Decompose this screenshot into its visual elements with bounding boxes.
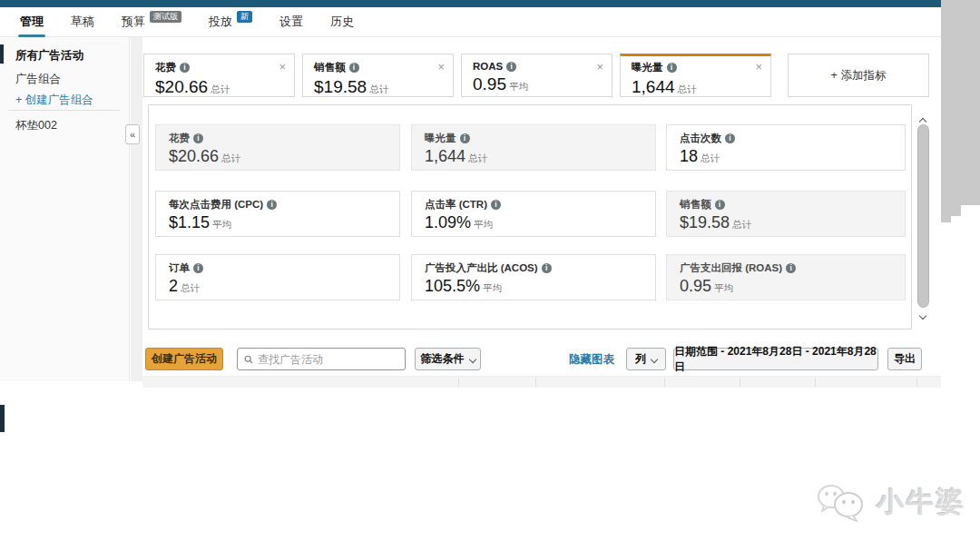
summary-card-sales[interactable]: 销售额i × $19.58总计 <box>302 54 454 97</box>
filter-button[interactable]: 筛选条件 <box>415 348 481 370</box>
info-icon[interactable]: i <box>193 133 203 143</box>
sidebar-item-all-campaigns[interactable]: 所有广告活动 <box>15 48 83 64</box>
sidebar-rail <box>131 37 142 381</box>
sidebar-item-portfolio[interactable]: 杯垫002 <box>15 118 57 133</box>
metric-card-ctr[interactable]: 点击率 (CTR)i 1.09%平均 <box>411 191 656 237</box>
create-campaign-button[interactable]: 创建广告活动 <box>145 348 223 370</box>
collapse-icon: « <box>130 129 135 140</box>
metric-card-spend[interactable]: 花费i $20.66总计 <box>155 124 400 171</box>
sidebar-divider <box>9 110 120 111</box>
metric-card-roas[interactable]: 广告支出回报 (ROAS)i 0.95平均 <box>666 254 906 300</box>
sidebar-active-indicator <box>0 44 4 64</box>
info-icon[interactable]: i <box>491 200 501 210</box>
info-icon[interactable]: i <box>460 133 470 143</box>
tab-drafts[interactable]: 草稿 <box>71 7 94 37</box>
close-icon[interactable]: × <box>755 61 762 73</box>
sidebar <box>0 37 130 381</box>
hide-chart-link[interactable]: 隐藏图表 <box>569 352 614 368</box>
sidebar-collapse-button[interactable]: « <box>125 124 140 144</box>
tab-budgets[interactable]: 预算测试版 <box>122 7 181 37</box>
right-gray-background <box>941 216 951 222</box>
top-nav: 管理 草稿 预算测试版 投放新 设置 历史 <box>0 7 941 37</box>
info-icon[interactable]: i <box>180 63 190 73</box>
date-range-button[interactable]: 日期范围 - 2021年8月28日 - 2021年8月28日 <box>673 348 878 370</box>
summary-card-roas[interactable]: ROASi × 0.95平均 <box>461 54 612 97</box>
summary-card-spend[interactable]: 花费i × $20.66总计 <box>143 54 295 97</box>
chevron-down-icon <box>468 355 475 362</box>
table-header-cropped <box>142 376 941 388</box>
scroll-down-icon[interactable] <box>920 306 926 322</box>
metric-card-cpc[interactable]: 每次点击费用 (CPC)i $1.15平均 <box>155 191 400 237</box>
search-input[interactable] <box>258 353 398 366</box>
tab-delivery[interactable]: 投放新 <box>209 7 252 37</box>
add-metric-button[interactable]: + 添加指标 <box>788 54 929 97</box>
info-icon[interactable]: i <box>506 62 516 72</box>
metric-card-sales[interactable]: 销售额i $19.58总计 <box>666 191 906 237</box>
metric-card-acos[interactable]: 广告投入产出比 (ACOS)i 105.5%平均 <box>411 254 656 300</box>
export-button[interactable]: 导出 <box>887 348 922 370</box>
metric-card-clicks[interactable]: 点击次数i 18总计 <box>666 124 906 171</box>
search-icon <box>244 354 253 365</box>
new-badge: 新 <box>237 11 252 23</box>
tab-settings[interactable]: 设置 <box>279 7 303 37</box>
campaign-search[interactable] <box>237 348 406 370</box>
info-icon[interactable]: i <box>725 133 735 143</box>
columns-button[interactable]: 列 <box>626 348 666 370</box>
close-icon[interactable]: × <box>279 61 286 73</box>
summary-card-impressions[interactable]: 曝光量i × 1,644总计 <box>620 54 771 97</box>
right-gray-background <box>941 205 961 216</box>
info-icon[interactable]: i <box>267 200 277 210</box>
info-icon[interactable]: i <box>542 263 552 273</box>
wechat-logo-icon <box>815 481 867 523</box>
info-icon[interactable]: i <box>715 200 725 210</box>
right-gray-background <box>941 0 980 205</box>
scrollbar-thumb[interactable] <box>917 124 929 308</box>
info-icon[interactable]: i <box>193 263 203 273</box>
left-edge-strip <box>0 405 5 432</box>
create-portfolio-link[interactable]: + 创建广告组合 <box>15 93 93 108</box>
info-icon[interactable]: i <box>349 63 359 73</box>
vertical-scrollbar[interactable] <box>916 110 931 324</box>
watermark: 小牛婆 <box>815 481 966 523</box>
info-icon[interactable]: i <box>667 63 677 73</box>
close-icon[interactable]: × <box>596 61 603 73</box>
close-icon[interactable]: × <box>437 61 445 73</box>
watermark-text: 小牛婆 <box>877 484 966 521</box>
sidebar-portfolios-label: 广告组合 <box>15 72 61 87</box>
tab-history[interactable]: 历史 <box>330 7 354 37</box>
tab-manage[interactable]: 管理 <box>20 7 44 37</box>
metric-picker-panel: 花费i $20.66总计 曝光量i 1,644总计 点击次数i 18总计 每次点… <box>148 104 912 330</box>
chevron-down-icon <box>651 355 658 362</box>
info-icon[interactable]: i <box>786 263 796 273</box>
beta-badge: 测试版 <box>150 11 181 23</box>
metric-card-orders[interactable]: 订单i 2总计 <box>155 254 400 300</box>
metric-card-impressions[interactable]: 曝光量i 1,644总计 <box>411 124 656 171</box>
